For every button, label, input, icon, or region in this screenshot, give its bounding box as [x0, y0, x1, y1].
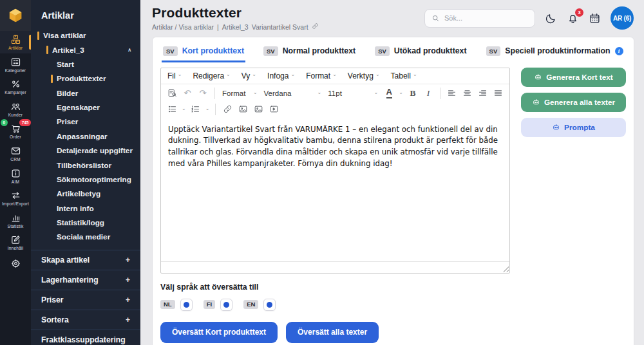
chevron-down-icon[interactable]: ⌄ [182, 106, 186, 111]
generate-all-texts-button[interactable]: Generera alla texter [521, 93, 626, 112]
menu-fil[interactable]: Fil [167, 71, 182, 80]
search-input[interactable] [444, 14, 528, 22]
tree-item-tillbehorslistor[interactable]: Tillbehörslistor [31, 158, 140, 172]
tree-item-egenskaper[interactable]: Egenskaper [31, 100, 140, 115]
insert-image-button[interactable] [236, 102, 250, 117]
menu-tabell[interactable]: Tabell [391, 71, 417, 80]
expand-plus-icon[interactable]: + [126, 275, 130, 284]
bold-button[interactable]: B [406, 86, 420, 100]
sidebar-item-kategorier[interactable]: Kategorier [0, 53, 31, 76]
expand-plus-icon[interactable]: + [126, 256, 130, 265]
sidebar-item-crm[interactable]: CRM [0, 142, 31, 165]
sidebar-item-kampanjer[interactable]: Kampanjer [0, 75, 31, 98]
avatar[interactable]: AR (6) [611, 6, 634, 30]
link-icon[interactable] [312, 23, 319, 31]
image-gallery-button[interactable] [251, 102, 265, 117]
topbar: Produkttexter Artiklar / Visa artiklar |… [140, 0, 644, 31]
text-color-button[interactable]: A [382, 86, 396, 100]
editor-content[interactable]: Upptäck Variantartikel Svart från VARUMÄ… [161, 118, 509, 261]
tree-item-visa-artiklar[interactable]: Visa artiklar [31, 28, 140, 42]
prompt-button[interactable]: Prompta [521, 118, 626, 137]
numbered-list-button[interactable] [189, 102, 203, 117]
font-size-dropdown[interactable]: 11pt [325, 86, 381, 100]
global-search[interactable] [424, 9, 535, 28]
tab-speciell-produktinformation[interactable]: SV Speciell produktinformation i [485, 42, 625, 62]
sidebar-item-statistik[interactable]: Statistik [0, 209, 31, 232]
tree-item-sokmotoroptimering[interactable]: Sökmotoroptimering [31, 172, 140, 187]
menu-vy[interactable]: Vy [242, 71, 256, 80]
tree-item-sociala-medier[interactable]: Sociala medier [31, 230, 140, 244]
tree-item-statistik-logg[interactable]: Statistik/logg [31, 216, 140, 230]
bullet-list-button[interactable] [165, 102, 179, 117]
menu-redigera[interactable]: Redigera [193, 71, 230, 80]
chevron-up-icon[interactable]: ∧ [128, 47, 134, 53]
align-justify-button[interactable] [491, 86, 506, 100]
breadcrumb-article[interactable]: Artikel_3 [222, 23, 249, 31]
section-skapa-artikel[interactable]: Skapa artikel+ [31, 250, 140, 270]
language-checkbox[interactable] [263, 299, 276, 311]
tree-item-detaljerade-uppgifter[interactable]: Detaljerade uppgifter [31, 144, 140, 158]
sidebar-item-artiklar[interactable]: Artiklar [0, 31, 31, 53]
language-checkbox[interactable] [180, 299, 193, 311]
font-family-dropdown[interactable]: Verdana [261, 86, 325, 100]
people-icon [10, 101, 21, 112]
calendar-button[interactable] [589, 12, 601, 24]
language-checkbox[interactable] [220, 299, 232, 311]
envelope-icon [10, 145, 21, 156]
section-fraktklassuppdatering[interactable]: Fraktklassuppdatering [31, 330, 140, 345]
topbar-actions: 3 AR (6) [424, 5, 634, 30]
sidebar-item-innehall[interactable]: Innehåll [0, 231, 31, 254]
tree-item-artikelbetyg[interactable]: Artikelbetyg [31, 187, 140, 201]
sidebar-item-import-export[interactable]: Import/Export [0, 187, 31, 209]
redo-button[interactable]: ↷ [196, 86, 210, 100]
lang-badge: FI [204, 300, 215, 310]
tab-normal-produkttext[interactable]: SV Normal produkttext [262, 42, 357, 62]
tab-kort-produkttext[interactable]: SV Kort produkttext [162, 42, 245, 62]
insert-link-button[interactable] [220, 102, 234, 117]
expand-plus-icon[interactable]: + [126, 295, 130, 304]
tree-item-produkttexter[interactable]: Produkttexter [31, 71, 140, 86]
language-option-nl: NL [160, 299, 193, 311]
expand-plus-icon[interactable]: + [126, 315, 130, 324]
dark-mode-toggle[interactable] [545, 12, 557, 24]
translate-short-text-button[interactable]: Översätt Kort produkttext [160, 322, 278, 343]
info-icon[interactable]: i [615, 47, 623, 55]
settings-gear-button[interactable] [0, 255, 31, 272]
sidebar-item-aim[interactable]: AIM [0, 165, 31, 187]
section-priser[interactable]: Priser+ [31, 290, 140, 310]
section-sortera[interactable]: Sortera+ [31, 310, 140, 330]
find-replace-button[interactable] [165, 86, 179, 100]
sidebar-item-order[interactable]: 0 745 Order [0, 120, 31, 142]
text-color-icon: A [386, 88, 392, 98]
menu-verktyg[interactable]: Verktyg [348, 71, 380, 80]
align-center-button[interactable] [460, 86, 475, 100]
tree-item-artikel-3[interactable]: Artikel_3∧ [31, 42, 140, 57]
insert-media-button[interactable] [267, 102, 281, 117]
tree-item-bilder[interactable]: Bilder [31, 86, 140, 100]
chevron-down-icon[interactable]: ⌄ [205, 106, 210, 111]
editor-toolbar-row1: ↶ ↷ Format Verdana 11pt A ⌄ B I [161, 84, 509, 102]
breadcrumb-link[interactable]: Artiklar / Visa artiklar [152, 23, 214, 31]
section-lagerhantering[interactable]: Lagerhantering+ [31, 270, 140, 290]
section-label: Priser [41, 295, 64, 304]
tab-utokad-produkttext[interactable]: SV Utökad produkttext [374, 42, 468, 62]
tree-item-start[interactable]: Start [31, 57, 140, 71]
app-logo[interactable] [0, 0, 31, 31]
generate-short-text-button[interactable]: Generera Kort text [521, 68, 626, 87]
tree-item-anpassningar[interactable]: Anpassningar [31, 129, 140, 144]
resize-grip[interactable] [502, 265, 509, 272]
align-left-button[interactable] [445, 86, 459, 100]
menu-format[interactable]: Format [306, 71, 337, 80]
sidebar-item-kunder[interactable]: Kunder [0, 98, 31, 120]
robot-icon [534, 73, 542, 81]
undo-button[interactable]: ↶ [180, 86, 194, 100]
translate-all-texts-button[interactable]: Översätt alla texter [286, 322, 379, 343]
tree-item-intern-info[interactable]: Intern info [31, 201, 140, 216]
italic-button[interactable]: I [421, 86, 435, 100]
menu-infoga[interactable]: Infoga [267, 71, 295, 80]
chevron-down-icon[interactable]: ⌄ [399, 89, 403, 95]
tree-item-priser[interactable]: Priser [31, 115, 140, 129]
align-right-button[interactable] [476, 86, 490, 100]
block-format-dropdown[interactable]: Format [220, 86, 260, 100]
notifications-button[interactable]: 3 [567, 12, 579, 24]
